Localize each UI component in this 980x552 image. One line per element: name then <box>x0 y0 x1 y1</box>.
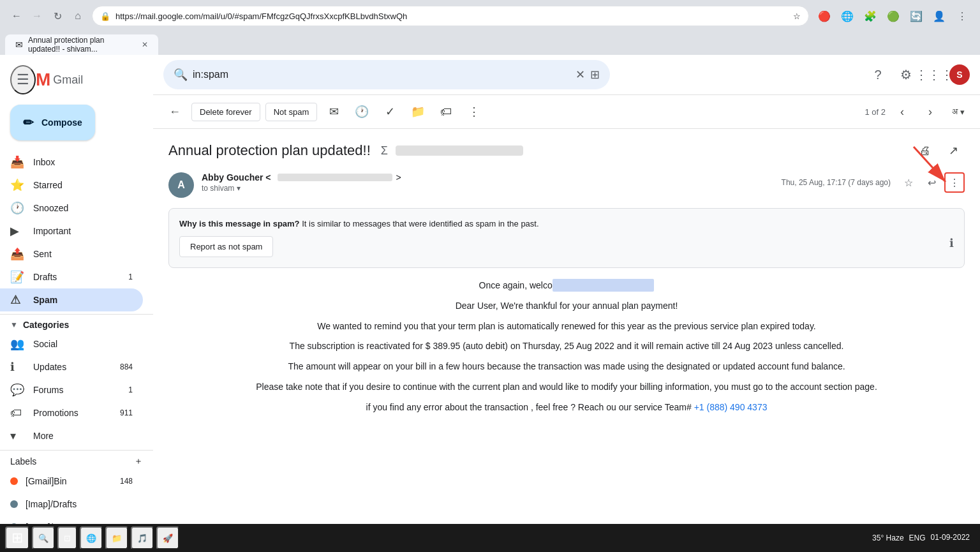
address-bar[interactable]: 🔒 https://mail.google.com/mail/u/0/#spam… <box>92 6 809 26</box>
taskbar-search-button[interactable]: 🔍 <box>32 526 55 549</box>
email-view: ← Delete forever Not spam ✉ 🕐 ✓ 📁 🏷 ⋮ 1 … <box>153 95 980 552</box>
taskbar-taskview-button[interactable]: ⊡ <box>57 526 77 549</box>
taskbar-date: 01-09-2022 <box>931 533 970 543</box>
drafts-label: Drafts <box>33 272 128 282</box>
body-greeting: Once again, welco <box>168 278 965 294</box>
browser-menu-btn[interactable]: ⋮ <box>952 6 972 26</box>
spam-info-icon[interactable]: ℹ <box>949 236 954 250</box>
sidebar-item-promotions[interactable]: 🏷 Promotions 911 <box>0 401 143 424</box>
extension-btn-3[interactable]: 🧩 <box>860 6 880 26</box>
taskbar: ⊞ 🔍 ⊡ 🌐 📁 🎵 🚀 35° Haze ENG 01-09-2022 <box>0 524 980 552</box>
categories-header[interactable]: ▼ Categories <box>0 317 153 332</box>
search-options-button[interactable]: ⊞ <box>590 68 600 82</box>
lang-dropdown-icon: ▾ <box>960 107 965 117</box>
tab-close-button[interactable]: ✕ <box>142 40 148 49</box>
sender-info: Abby Goucher < > to shivam ▾ <box>202 172 782 193</box>
add-label-icon[interactable]: ＋ <box>134 456 143 467</box>
sidebar-item-sent[interactable]: 📤 Sent <box>0 242 143 265</box>
spam-notice-text: Why is this message in spam? It is simil… <box>179 219 954 228</box>
app2-icon: 🚀 <box>163 533 173 543</box>
url-text: https://mail.google.com/mail/u/0/#spam/F… <box>115 11 788 21</box>
label-imapdrafts[interactable]: [Imap]/Drafts <box>0 493 143 516</box>
back-button[interactable]: ← <box>8 7 26 25</box>
extension-btn-6[interactable]: 👤 <box>929 6 949 26</box>
home-button[interactable]: ⌂ <box>69 7 87 25</box>
sidebar-item-updates[interactable]: ℹ Updates 884 <box>0 355 143 378</box>
snoozed-label: Snoozed <box>33 203 133 213</box>
compose-label: Compose <box>41 117 82 128</box>
sidebar-item-snoozed[interactable]: 🕐 Snoozed <box>0 197 143 220</box>
print-button[interactable]: 🖨 <box>914 139 937 162</box>
sender-email-redacted <box>278 174 392 181</box>
taskview-icon: ⊡ <box>64 533 71 543</box>
search-clear-button[interactable]: ✕ <box>575 68 585 82</box>
inbox-icon: 📥 <box>10 155 26 169</box>
more-options-button[interactable]: ⋮ <box>463 100 486 123</box>
tab-favicon: ✉ <box>15 40 23 50</box>
drafts-icon: 📝 <box>10 270 26 284</box>
spam-notice: Why is this message in spam? It is simil… <box>168 208 965 268</box>
more-actions-button-highlighted[interactable]: ⋮ <box>944 172 965 193</box>
sidebar-item-inbox[interactable]: 📥 Inbox <box>0 151 143 174</box>
sidebar-item-social[interactable]: 👥 Social <box>0 332 143 355</box>
apps-button[interactable]: ⋮⋮⋮ <box>921 62 947 87</box>
email-date: Thu, 25 Aug, 17:17 (7 days ago) <box>782 178 891 187</box>
taskbar-files-button[interactable]: 📁 <box>105 526 128 549</box>
forward-button[interactable]: → <box>28 7 46 25</box>
hamburger-menu-button[interactable]: ☰ <box>10 65 36 94</box>
extension-btn-1[interactable]: 🔴 <box>814 6 835 26</box>
sidebar-item-important[interactable]: ▶ Important <box>0 220 143 242</box>
prev-email-button[interactable]: ‹ <box>891 100 914 123</box>
taskbar-app2-button[interactable]: 🚀 <box>156 526 179 549</box>
to-dropdown-icon[interactable]: ▾ <box>237 184 241 193</box>
secure-icon: 🔒 <box>100 11 110 21</box>
labels-header[interactable]: Labels ＋ <box>0 453 153 470</box>
body-line6: if you find any error about the transact… <box>168 400 965 415</box>
social-label: Social <box>33 339 133 349</box>
taskbar-start-button[interactable]: ⊞ <box>5 526 29 549</box>
not-spam-button[interactable]: Not spam <box>265 103 318 121</box>
sidebar-item-forums[interactable]: 💬 Forums 1 <box>0 378 143 401</box>
phone-link[interactable]: +1 (888) 490 4373 <box>692 402 768 412</box>
search-input[interactable] <box>193 69 570 80</box>
report-not-spam-button[interactable]: Report as not spam <box>179 236 273 257</box>
browser-actions: 🔴 🌐 🧩 🟢 🔄 👤 ⋮ <box>814 6 972 26</box>
taskbar-edge-button[interactable]: 🌐 <box>80 526 103 549</box>
gmail-logo-text: Gmail <box>53 73 83 87</box>
back-to-list-button[interactable]: ← <box>163 100 186 123</box>
star-email-button[interactable]: ☆ <box>898 172 919 193</box>
updates-label: Updates <box>33 362 120 372</box>
updates-count: 884 <box>120 362 133 371</box>
refresh-button[interactable]: ↻ <box>48 7 66 25</box>
label-button[interactable]: 🏷 <box>434 100 457 123</box>
open-in-new-button[interactable]: ↗ <box>942 139 965 162</box>
language-button[interactable]: अ ▾ <box>947 104 970 119</box>
sidebar-item-starred[interactable]: ⭐ Starred <box>0 174 143 197</box>
mark-done-button[interactable]: ✓ <box>378 100 401 123</box>
sidebar-item-more[interactable]: ▾ More <box>0 424 143 447</box>
help-button[interactable]: ? <box>865 62 891 87</box>
delete-forever-button[interactable]: Delete forever <box>191 103 260 121</box>
extension-btn-4[interactable]: 🟢 <box>883 6 903 26</box>
windows-logo: ⊞ <box>11 530 23 546</box>
label-gmailbin[interactable]: [Gmail]Bin 148 <box>0 470 143 493</box>
extension-btn-2[interactable]: 🌐 <box>837 6 858 26</box>
browser-nav-buttons: ← → ↻ ⌂ <box>8 7 87 25</box>
extension-btn-5[interactable]: 🔄 <box>906 6 926 26</box>
sidebar-item-spam[interactable]: ⚠ Spam <box>0 288 143 311</box>
snooze-button[interactable]: 🕐 <box>350 100 373 123</box>
reply-button[interactable]: ↩ <box>921 172 942 193</box>
bookmark-icon: ☆ <box>793 11 801 21</box>
user-avatar[interactable]: S <box>949 64 970 85</box>
sidebar-item-drafts[interactable]: 📝 Drafts 1 <box>0 265 143 288</box>
taskbar-app1-button[interactable]: 🎵 <box>131 526 154 549</box>
active-tab[interactable]: ✉ Annual protection plan updated!! - shi… <box>5 34 158 55</box>
labels-title: Labels <box>10 456 36 466</box>
sender-name-text: Abby Goucher < <box>202 172 271 183</box>
spam-why-bold: Why is this message in spam? <box>179 219 300 228</box>
compose-button[interactable]: ✏ Compose <box>10 105 95 140</box>
sender-avatar: A <box>168 172 194 198</box>
move-to-button[interactable]: ✉ <box>322 100 345 123</box>
next-email-button[interactable]: › <box>919 100 942 123</box>
move-button[interactable]: 📁 <box>406 100 429 123</box>
